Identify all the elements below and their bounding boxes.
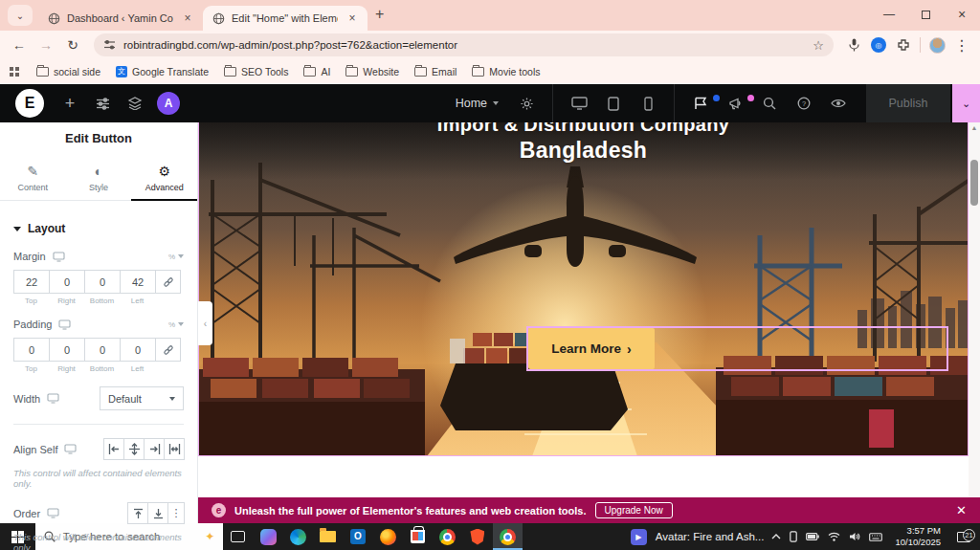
bookmark-movie-tools[interactable]: Movie tools <box>472 66 540 77</box>
tab-elementor[interactable]: Edit "Home" with Elementor × <box>203 6 368 31</box>
margin-unit-select[interactable]: % <box>168 253 184 261</box>
forward-button[interactable]: → <box>34 37 57 53</box>
margin-link-values-button[interactable] <box>155 270 181 294</box>
scrollbar-thumb[interactable] <box>970 160 978 206</box>
media-widget[interactable]: ▶ Avatar: Fire and Ash... <box>623 523 772 550</box>
task-view-button[interactable] <box>223 523 253 550</box>
brave-button[interactable] <box>462 523 492 550</box>
help-button[interactable]: ? <box>788 97 820 110</box>
firefox-button[interactable] <box>373 523 403 550</box>
bookmark-star-icon[interactable]: ☆ <box>813 38 824 53</box>
new-tab-button[interactable]: + <box>375 6 384 23</box>
responsive-monitor-icon[interactable] <box>47 508 59 518</box>
close-button[interactable]: × <box>944 0 980 29</box>
bookmark-google-translate[interactable]: 文Google Translate <box>116 66 209 77</box>
page-selector[interactable]: Home <box>446 97 508 110</box>
copilot-button[interactable] <box>253 523 282 550</box>
section-layout[interactable]: Layout <box>13 222 184 235</box>
volume-icon[interactable] <box>849 532 860 541</box>
margin-right-input[interactable] <box>49 270 85 294</box>
responsive-monitor-icon[interactable] <box>64 444 77 454</box>
responsive-monitor-icon[interactable] <box>53 252 65 262</box>
add-element-button[interactable]: + <box>54 94 86 114</box>
tab-content[interactable]: ✎ Content <box>0 157 66 200</box>
width-select[interactable]: Default <box>100 386 184 410</box>
tab-dashboard[interactable]: Dashboard ‹ Yamin Corporation × <box>38 6 203 31</box>
hero-heading[interactable]: Import & Distribution Company Bangladesh <box>199 122 968 165</box>
address-bar[interactable]: robintradingbd.com/wp-admin/post.php?pos… <box>94 33 834 56</box>
padding-left-input[interactable] <box>120 338 156 362</box>
order-first-button[interactable] <box>127 502 148 524</box>
align-end-button[interactable] <box>144 438 165 460</box>
bookmark-seo-tools[interactable]: SEO Tools <box>224 66 288 77</box>
scroll-up-arrow[interactable]: ▲ <box>971 124 978 131</box>
store-button[interactable] <box>403 523 433 550</box>
banner-close-icon[interactable]: ✕ <box>956 503 967 517</box>
minimize-button[interactable]: — <box>871 0 907 29</box>
tab-close-icon[interactable]: × <box>180 11 195 26</box>
tablet-view-button[interactable] <box>597 97 630 111</box>
checklist-button[interactable] <box>684 97 717 110</box>
apps-grid-icon[interactable] <box>10 67 19 77</box>
bookmark-website[interactable]: Website <box>345 66 399 77</box>
finder-search-button[interactable] <box>753 97 786 110</box>
back-button[interactable]: ← <box>8 37 31 53</box>
phone-link-icon[interactable] <box>790 531 797 542</box>
preview-button[interactable] <box>822 98 855 109</box>
profile-avatar[interactable] <box>926 37 947 54</box>
restore-button[interactable] <box>907 0 944 29</box>
site-settings-button[interactable] <box>86 98 119 110</box>
bookmark-social-side[interactable]: social side <box>36 66 100 77</box>
hero-section[interactable]: Import & Distribution Company Bangladesh… <box>198 122 969 456</box>
whats-new-button[interactable] <box>719 97 751 110</box>
align-start-button[interactable] <box>103 438 124 460</box>
ai-assistant-button[interactable]: A <box>157 92 180 115</box>
selected-element-outline[interactable]: Learn More › <box>526 326 948 371</box>
canvas-scrollbar[interactable]: ▲ <box>969 122 980 497</box>
extensions-icon[interactable] <box>893 38 914 52</box>
bookmark-email[interactable]: Email <box>414 66 457 77</box>
padding-unit-select[interactable]: % <box>168 320 184 329</box>
padding-bottom-input[interactable] <box>84 338 121 362</box>
padding-link-values-button[interactable] <box>155 338 181 362</box>
align-stretch-button[interactable] <box>164 438 185 460</box>
battery-icon[interactable] <box>806 533 819 540</box>
elementor-logo[interactable]: E <box>15 89 44 118</box>
learn-more-button[interactable]: Learn More › <box>528 328 655 369</box>
action-center-button[interactable]: 21 <box>953 532 974 542</box>
mobile-view-button[interactable] <box>632 97 664 111</box>
chrome-button[interactable] <box>433 523 462 550</box>
mic-icon[interactable] <box>843 38 864 52</box>
upgrade-now-button[interactable]: Upgrade Now <box>595 502 673 518</box>
responsive-monitor-icon[interactable] <box>47 393 59 404</box>
site-settings-icon[interactable] <box>103 39 116 51</box>
edge-button[interactable] <box>283 523 313 550</box>
file-explorer-button[interactable] <box>313 523 343 550</box>
publish-options-button[interactable]: ⌄ <box>952 84 980 122</box>
url-text[interactable]: robintradingbd.com/wp-admin/post.php?pos… <box>123 39 805 51</box>
page-settings-button[interactable] <box>510 97 543 111</box>
wifi-icon[interactable] <box>828 532 840 541</box>
chrome-profile-button[interactable] <box>493 523 523 550</box>
touch-keyboard-icon[interactable] <box>869 533 882 541</box>
structure-button[interactable] <box>119 97 151 110</box>
reload-button[interactable]: ↻ <box>61 37 84 53</box>
padding-right-input[interactable] <box>49 338 85 362</box>
margin-top-input[interactable] <box>13 270 50 294</box>
margin-bottom-input[interactable] <box>84 270 121 294</box>
tray-expand-icon[interactable] <box>771 534 781 539</box>
extension-badge-icon[interactable]: ◎ <box>868 37 889 53</box>
margin-left-input[interactable] <box>120 270 156 294</box>
desktop-view-button[interactable] <box>563 97 595 110</box>
tab-search-button[interactable]: ⌄ <box>8 5 33 26</box>
tab-close-icon[interactable]: × <box>345 11 360 26</box>
order-custom-button[interactable]: ⋮ <box>167 502 185 524</box>
publish-button[interactable]: Publish <box>866 84 950 122</box>
taskbar-clock[interactable]: 3:57 PM 10/10/2025 <box>891 525 945 548</box>
tab-style[interactable]: ◐ Style <box>66 157 132 200</box>
menu-icon[interactable]: ⋮ <box>951 36 972 55</box>
order-last-button[interactable] <box>147 502 168 524</box>
play-icon[interactable]: ▶ <box>631 529 647 545</box>
align-center-button[interactable] <box>123 438 145 460</box>
responsive-monitor-icon[interactable] <box>58 319 71 330</box>
